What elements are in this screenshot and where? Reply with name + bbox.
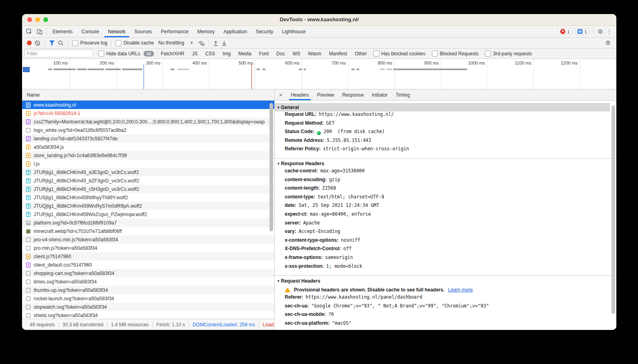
filter-type-manifest[interactable]: Manifest xyxy=(329,51,347,57)
header-row[interactable]: sec-ch-ua-mobile:?0 xyxy=(275,311,616,320)
header-row[interactable]: vary:Accept-Encoding xyxy=(275,229,616,237)
checkbox-box[interactable] xyxy=(485,51,491,57)
export-har-icon[interactable] xyxy=(221,40,227,46)
preserve-log-checkbox[interactable]: Preserve log xyxy=(72,40,107,46)
details-tab-preview[interactable]: Preview xyxy=(313,89,338,100)
learn-more-link[interactable]: Learn more xyxy=(448,287,472,293)
header-row[interactable]: server:Apache xyxy=(275,220,616,229)
details-tab-initiator[interactable]: Initiator xyxy=(368,89,391,100)
filter-type-font[interactable]: Font xyxy=(259,51,269,57)
checkbox-box[interactable] xyxy=(432,51,438,57)
filter-checkbox-3rd-party-requests[interactable]: 3rd-party requests xyxy=(485,51,532,57)
filter-type-js[interactable]: JS xyxy=(192,51,198,57)
filter-type-doc[interactable]: Doc xyxy=(276,51,285,57)
request-row[interactable]: JTUSjIg1_i6t8kCHKm459WlhyyTh89Y.woff2 xyxy=(22,193,274,202)
checkbox-box[interactable] xyxy=(373,51,379,57)
header-row[interactable]: content-encoding:gzip xyxy=(275,177,616,186)
request-row[interactable]: times.svg?token=a50a583f34 xyxy=(22,277,274,286)
close-details-icon[interactable]: × xyxy=(275,89,287,100)
request-row[interactable]: pro-v4-shims.min.js?token=a50a583f34 xyxy=(22,235,274,244)
disable-cache-checkbox-box[interactable] xyxy=(115,40,122,46)
header-row[interactable]: sec-ch-ua:"Google Chrome";v="93", " Not;… xyxy=(275,303,616,312)
request-row[interactable]: www.kaashosting.nl xyxy=(22,101,274,109)
search-icon[interactable] xyxy=(58,40,64,46)
filter-checkbox-blocked-requests[interactable]: Blocked Requests xyxy=(432,51,479,57)
tab-console[interactable]: Console xyxy=(77,26,103,37)
header-row[interactable]: Remote Address:5.255.85.151:443 xyxy=(275,138,616,146)
request-row[interactable]: JTURjIg1_i6t8kCHKm45_c5H3gnD_vx3rCs.woff… xyxy=(22,185,274,193)
tab-elements[interactable]: Elements xyxy=(48,26,77,37)
request-row[interactable]: client_default.css?5147960 xyxy=(22,261,274,269)
details-scrollbar[interactable] xyxy=(612,105,615,314)
tab-network[interactable]: Network xyxy=(103,26,130,37)
filter-type-wasm[interactable]: Wasm xyxy=(308,51,322,57)
request-row[interactable]: platform.svg?id=0c97f6fcd16fbf9109a7 xyxy=(22,218,274,227)
network-conditions-icon[interactable] xyxy=(198,40,205,46)
header-row[interactable]: date:Sat, 25 Sep 2021 12:24:34 GMT xyxy=(275,202,616,211)
tab-memory[interactable]: Memory xyxy=(193,26,219,37)
filter-type-all[interactable]: All xyxy=(144,51,154,57)
filter-type-fetch-xhr[interactable]: Fetch/XHR xyxy=(161,51,184,57)
header-row[interactable]: content-length:22568 xyxy=(275,185,616,194)
filter-checkbox-has-blocked-cookies[interactable]: Has blocked cookies xyxy=(373,51,425,57)
header-row[interactable]: sec-ch-ua-platform:"macOS" xyxy=(275,320,616,329)
filter-type-ws[interactable]: WS xyxy=(292,51,300,57)
tab-lighthouse[interactable]: Lighthouse xyxy=(277,26,310,37)
filter-type-media[interactable]: Media xyxy=(238,51,251,57)
record-network-log-button[interactable] xyxy=(27,40,32,45)
request-row[interactable]: stopwatch.svg?token=a50a583f34 xyxy=(22,303,274,311)
request-row[interactable]: rocket-launch.svg?token=a50a583f34 xyxy=(22,294,274,303)
name-column-header[interactable]: Name xyxy=(22,89,274,101)
tab-security[interactable]: Security xyxy=(251,26,277,37)
request-row[interactable]: JTUQjIg1_i6t8kCHKm459WxRyS7m0dR9pA.woff2 xyxy=(22,202,274,210)
request-row[interactable]: JTUPjIg1_i6t8kCHKm459WxZcgvz_PZwjimrqw.w… xyxy=(22,210,274,218)
filter-type-other[interactable]: Other xyxy=(355,51,367,57)
details-tab-timing[interactable]: Timing xyxy=(392,89,414,100)
import-har-icon[interactable] xyxy=(213,40,219,46)
more-options-icon[interactable]: ⋮ xyxy=(606,28,612,35)
requests-scrollbar[interactable] xyxy=(269,103,273,231)
request-row[interactable]: client.js?5147960 xyxy=(22,252,274,261)
request-row[interactable]: pro.min.js?token=a50a583f34 xyxy=(22,244,274,252)
request-row[interactable]: shield.svg?token=a50a583f34 xyxy=(22,311,274,319)
filter-type-img[interactable]: Img xyxy=(223,51,231,57)
request-row[interactable]: JTURjIg1_i6t8kCHKm45_dJE3gnD_vx3rCs.woff… xyxy=(22,168,274,176)
network-overview-timeline[interactable]: 100 ms200 ms300 ms400 ms500 ms600 ms700 … xyxy=(22,59,616,89)
request-row[interactable]: a50a583f34.js xyxy=(22,143,274,151)
request-row[interactable]: shopping-cart.svg?token=a50a583f34 xyxy=(22,269,274,277)
header-row[interactable]: Request URL:https://www.kaashosting.nl/ xyxy=(275,111,616,120)
details-tab-response[interactable]: Response xyxy=(338,89,368,100)
inspect-element-icon[interactable] xyxy=(25,28,33,36)
network-settings-gear-icon[interactable]: ⚙ xyxy=(606,39,614,47)
request-row[interactable]: l.js xyxy=(22,160,274,168)
request-row[interactable]: JTURjIg1_i6t8kCHKm45_bZF3gnD_vx3rCs.woff… xyxy=(22,176,274,185)
header-row[interactable]: Referrer Policy:strict-origin-when-cross… xyxy=(275,146,616,155)
device-toolbar-icon[interactable] xyxy=(36,28,44,36)
clear-network-log-icon[interactable] xyxy=(34,40,41,46)
response-headers-section-header[interactable]: ▾ Response Headers xyxy=(275,160,616,168)
header-row[interactable]: expect-ct:max-age=86400, enforce xyxy=(275,211,616,220)
preserve-log-checkbox-box[interactable] xyxy=(72,40,78,46)
request-row[interactable]: css2?family=Montserrat:ital,wght@0,100;0… xyxy=(22,117,274,126)
header-row[interactable]: x-content-type-options:nosniff xyxy=(275,237,616,246)
filter-input[interactable] xyxy=(24,50,93,57)
settings-gear-icon[interactable]: ⚙ xyxy=(598,28,603,35)
tab-application[interactable]: Application xyxy=(219,26,251,37)
request-row[interactable]: minecraft.webp?id=c702cf7e71afb8bf06ff xyxy=(22,227,274,235)
request-row[interactable]: store_landing.js?id=1c4a63f83e5e964c7f39 xyxy=(22,151,274,160)
general-section-header[interactable]: ▾ General xyxy=(275,103,610,111)
header-row[interactable]: x-xss-protection:1; mode=block xyxy=(275,263,616,272)
header-row[interactable]: x-frame-options:sameorigin xyxy=(275,255,616,263)
request-headers-section-header[interactable]: ▾ Request Headers xyxy=(275,277,616,285)
tab-performance[interactable]: Performance xyxy=(156,26,193,37)
header-row[interactable]: Request Method:GET xyxy=(275,120,616,129)
filter-type-css[interactable]: CSS xyxy=(205,51,215,57)
header-row[interactable]: cache-control:max-age=31536000 xyxy=(275,168,616,177)
filter-icon[interactable] xyxy=(49,40,55,46)
disable-cache-checkbox[interactable]: Disable cache xyxy=(115,40,154,46)
header-row[interactable]: X-DNS-Prefetch-Control:off xyxy=(275,246,616,255)
header-row[interactable]: content-type:text/html; charset=UTF-8 xyxy=(275,194,616,203)
hide-data-urls-checkbox[interactable]: Hide data URLs xyxy=(98,51,140,57)
error-count-badge[interactable]: ✕ 1 xyxy=(558,28,572,35)
throttling-dropdown[interactable]: No throttling ▼ xyxy=(157,40,195,46)
